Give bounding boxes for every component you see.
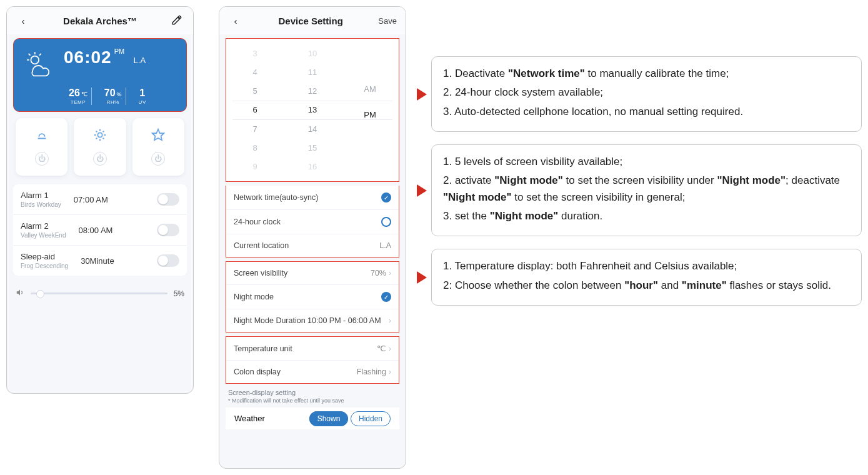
arrow-icon bbox=[417, 184, 427, 197]
arrow-icon bbox=[417, 271, 427, 284]
weather-shown-button[interactable]: Shown bbox=[309, 411, 349, 426]
picker-minutes[interactable]: 10 11 12 13 14 15 16 bbox=[284, 39, 341, 181]
network-time-row[interactable]: Network time(auto-sync) ✓ bbox=[226, 186, 399, 210]
volume-row: 5% bbox=[7, 282, 193, 305]
night-duration-row[interactable]: Night Mode Duration 10:00 PM - 06:00 AM … bbox=[226, 309, 399, 332]
picker-hours[interactable]: 3 4 5 6 7 8 9 bbox=[226, 39, 284, 181]
save-button[interactable]: Save bbox=[378, 16, 397, 26]
speaker-icon bbox=[16, 288, 24, 299]
power-icon[interactable]: ⏻ bbox=[93, 152, 107, 166]
back-icon[interactable]: ‹ bbox=[228, 16, 243, 26]
picker-ampm[interactable]: AM PM bbox=[341, 39, 399, 181]
temperature-unit-row[interactable]: Temperature unit ℃› bbox=[226, 337, 399, 361]
radio-open-icon[interactable] bbox=[381, 217, 391, 227]
mode-tile-1[interactable]: ⏻ bbox=[16, 118, 67, 176]
alarm-1-toggle[interactable] bbox=[157, 193, 179, 206]
phone-device-setting: ‹ Device Setting Save 3 4 5 6 7 8 9 10 1… bbox=[219, 6, 406, 469]
callout-display-options: 1. Temperature display: both Fahrenheit … bbox=[431, 249, 862, 306]
chevron-right-icon: › bbox=[389, 316, 391, 325]
svg-line-10 bbox=[96, 131, 97, 132]
location-label: L.A bbox=[134, 56, 146, 65]
weather-toggle-row: Weather Shown Hidden bbox=[226, 408, 399, 429]
uv-metric: 1 UV bbox=[135, 88, 150, 105]
chevron-right-icon: › bbox=[389, 344, 391, 353]
volume-slider[interactable] bbox=[31, 292, 167, 294]
annotations: 1. Deactivate "Network time" to manually… bbox=[431, 56, 862, 306]
back-icon[interactable]: ‹ bbox=[16, 16, 31, 26]
screen-display-note: Screen-display setting * Modification wi… bbox=[219, 384, 406, 405]
chevron-right-icon: › bbox=[389, 269, 391, 278]
phone-header: ‹ Device Setting Save bbox=[219, 7, 406, 34]
weather-card[interactable]: 06:02PM L.A 26℃ TEMP 70% RH% 1 UV bbox=[13, 38, 187, 112]
svg-line-11 bbox=[103, 138, 104, 139]
svg-line-13 bbox=[96, 138, 97, 139]
check-icon[interactable]: ✓ bbox=[381, 292, 391, 302]
alarm-2-row[interactable]: Alarm 2Valley WeekEnd 08:00 AM bbox=[13, 215, 187, 246]
sleep-aid-toggle[interactable] bbox=[157, 254, 179, 267]
weather-hidden-button[interactable]: Hidden bbox=[351, 411, 391, 426]
24hour-row[interactable]: 24-hour clock bbox=[226, 210, 399, 234]
screen-visibility-row[interactable]: Screen visibility 70%› bbox=[226, 262, 399, 285]
power-icon[interactable]: ⏻ bbox=[151, 152, 165, 166]
temp-metric: 26℃ TEMP bbox=[65, 88, 92, 105]
volume-value: 5% bbox=[174, 289, 184, 298]
clock-time: 06:02 bbox=[64, 48, 112, 67]
clock-ampm: PM bbox=[114, 48, 125, 55]
svg-line-4 bbox=[39, 54, 41, 56]
mode-tile-3[interactable]: ⏻ bbox=[132, 118, 184, 176]
svg-point-5 bbox=[97, 132, 102, 137]
power-icon[interactable]: ⏻ bbox=[35, 152, 49, 166]
humidity-metric: 70% RH% bbox=[101, 88, 126, 105]
svg-point-0 bbox=[31, 56, 39, 64]
callout-screen-visibility: 1. 5 levels of screen visbility availabl… bbox=[431, 144, 862, 236]
star-icon bbox=[151, 128, 165, 145]
svg-marker-14 bbox=[152, 129, 164, 140]
current-location-row[interactable]: Current location L.A bbox=[226, 234, 399, 257]
phone-home: ‹ Dekala Arches™ 06:02PM L.A 26℃ TEMP 70… bbox=[6, 6, 194, 394]
page-title: Device Setting bbox=[278, 16, 342, 26]
time-picker[interactable]: 3 4 5 6 7 8 9 10 11 12 13 14 15 16 AM PM bbox=[226, 38, 399, 182]
edit-icon[interactable] bbox=[169, 14, 184, 28]
colon-display-row[interactable]: Colon display Flashing› bbox=[226, 361, 399, 383]
sleep-aid-row[interactable]: Sleep-aidFrog Descending 30Minute bbox=[13, 246, 187, 276]
arrow-icon bbox=[417, 88, 427, 101]
sun-icon bbox=[93, 128, 107, 145]
alarm-1-row[interactable]: Alarm 1Birds Workday 07:00 AM bbox=[13, 184, 187, 215]
night-mode-row[interactable]: Night mode ✓ bbox=[226, 285, 399, 309]
sunset-icon bbox=[35, 128, 49, 145]
svg-line-3 bbox=[29, 54, 31, 56]
page-title: Dekala Arches™ bbox=[63, 16, 137, 26]
callout-time-settings: 1. Deactivate "Network time" to manually… bbox=[431, 56, 862, 132]
chevron-right-icon: › bbox=[389, 368, 391, 376]
phone-header: ‹ Dekala Arches™ bbox=[7, 7, 193, 34]
check-icon[interactable]: ✓ bbox=[381, 192, 391, 202]
weather-icon bbox=[21, 48, 57, 84]
alarm-2-toggle[interactable] bbox=[157, 224, 179, 236]
svg-line-12 bbox=[103, 131, 104, 132]
mode-tile-2[interactable]: ⏻ bbox=[74, 118, 126, 176]
